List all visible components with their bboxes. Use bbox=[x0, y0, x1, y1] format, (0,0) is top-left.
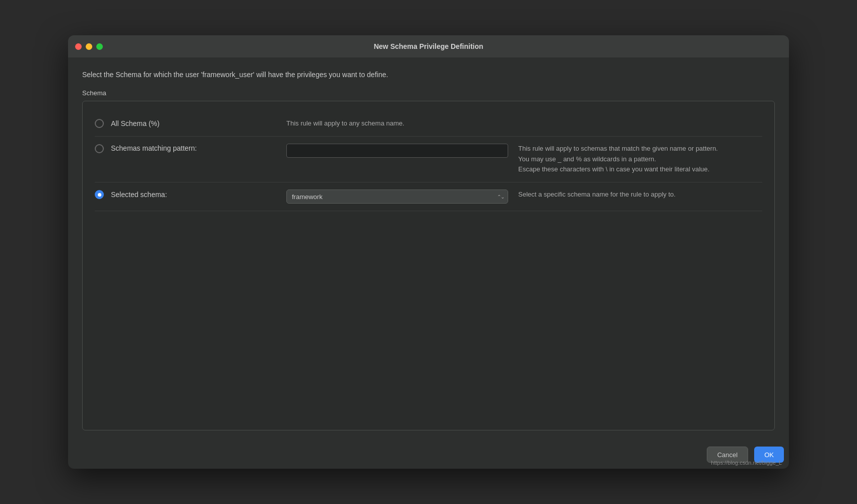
option-matching-pattern: Schemas matching pattern: This rule will… bbox=[95, 137, 762, 182]
empty-panel-area bbox=[95, 211, 762, 420]
radio-matching-pattern[interactable] bbox=[95, 144, 104, 153]
label-matching-pattern: Schemas matching pattern: bbox=[111, 144, 197, 152]
close-button[interactable] bbox=[75, 43, 82, 50]
maximize-button[interactable] bbox=[96, 43, 103, 50]
traffic-lights bbox=[75, 43, 103, 50]
option-selected-schema-left: Selected schema: bbox=[95, 190, 286, 199]
dialog-window: New Schema Privilege Definition Select t… bbox=[68, 35, 789, 469]
dialog-footer: Cancel OK https://blog.csdn.net/bigge_L bbox=[68, 440, 789, 469]
radio-selected-schema[interactable] bbox=[95, 190, 104, 199]
matching-pattern-input[interactable] bbox=[286, 144, 508, 158]
dialog-content: Select the Schema for which the user 'fr… bbox=[68, 57, 789, 440]
schema-panel: All Schema (%) This rule will apply to a… bbox=[82, 101, 775, 430]
radio-all-schema[interactable] bbox=[95, 119, 104, 128]
schema-section-label: Schema bbox=[82, 89, 775, 97]
help-all-schema: This rule will apply to any schema name. bbox=[286, 118, 762, 129]
help-selected-schema: Select a specific schema name for the ru… bbox=[518, 190, 762, 200]
label-all-schema: All Schema (%) bbox=[111, 119, 159, 128]
title-bar: New Schema Privilege Definition bbox=[68, 35, 789, 57]
option-all-schema: All Schema (%) This rule will apply to a… bbox=[95, 111, 762, 137]
option-all-schema-left: All Schema (%) bbox=[95, 118, 286, 128]
watermark-text: https://blog.csdn.net/bigge_L bbox=[711, 460, 782, 466]
option-matching-pattern-left: Schemas matching pattern: bbox=[95, 144, 286, 153]
minimize-button[interactable] bbox=[86, 43, 92, 50]
label-selected-schema: Selected schema: bbox=[111, 191, 167, 199]
help-matching-pattern: This rule will apply to schemas that mat… bbox=[518, 144, 762, 175]
schema-dropdown-wrapper: framework bbox=[286, 190, 508, 204]
description-text: Select the Schema for which the user 'fr… bbox=[82, 70, 775, 80]
window-title: New Schema Privilege Definition bbox=[374, 42, 483, 50]
schema-dropdown[interactable]: framework bbox=[286, 190, 508, 204]
option-selected-schema: Selected schema: framework Select a spec… bbox=[95, 182, 762, 211]
